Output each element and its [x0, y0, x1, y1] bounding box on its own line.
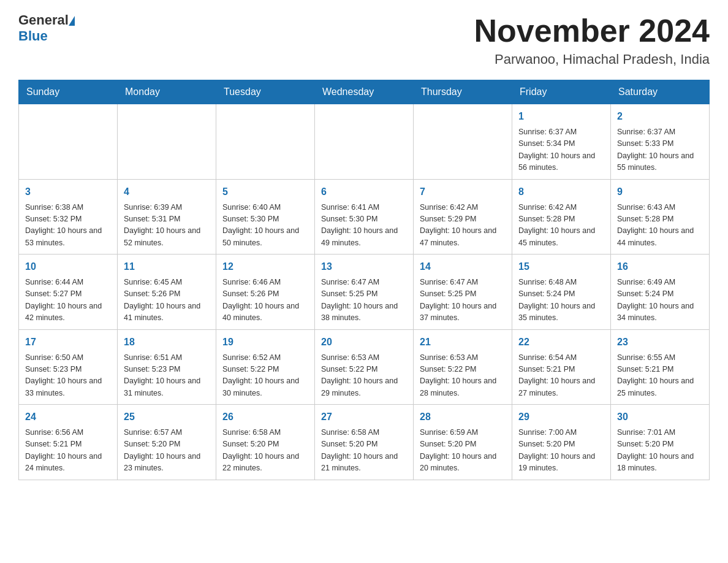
day-info: Sunrise: 7:01 AM Sunset: 5:20 PM Dayligh… [617, 427, 703, 475]
day-number: 25 [124, 410, 210, 424]
day-info: Sunrise: 6:38 AM Sunset: 5:32 PM Dayligh… [25, 202, 111, 250]
table-row: 23Sunrise: 6:55 AM Sunset: 5:21 PM Dayli… [611, 329, 710, 405]
day-number: 12 [222, 259, 308, 274]
day-number: 16 [617, 259, 703, 274]
table-row: 6Sunrise: 6:41 AM Sunset: 5:30 PM Daylig… [315, 179, 414, 255]
header-friday: Friday [512, 80, 611, 104]
table-row: 4Sunrise: 6:39 AM Sunset: 5:31 PM Daylig… [118, 179, 216, 255]
day-info: Sunrise: 6:42 AM Sunset: 5:29 PM Dayligh… [420, 202, 506, 250]
day-info: Sunrise: 6:49 AM Sunset: 5:24 PM Dayligh… [617, 277, 703, 324]
header-saturday: Saturday [611, 80, 710, 104]
day-info: Sunrise: 6:58 AM Sunset: 5:20 PM Dayligh… [222, 427, 308, 475]
table-row: 28Sunrise: 6:59 AM Sunset: 5:20 PM Dayli… [414, 405, 512, 480]
day-number: 17 [25, 335, 111, 350]
title-section: November 2024 Parwanoo, Himachal Pradesh… [474, 12, 710, 67]
header-thursday: Thursday [414, 80, 512, 104]
day-info: Sunrise: 6:37 AM Sunset: 5:33 PM Dayligh… [617, 126, 703, 174]
day-number: 26 [222, 410, 308, 424]
day-number: 10 [25, 259, 111, 274]
day-number: 1 [518, 109, 604, 124]
day-info: Sunrise: 6:59 AM Sunset: 5:20 PM Dayligh… [420, 427, 506, 475]
table-row [414, 104, 512, 180]
table-row: 8Sunrise: 6:42 AM Sunset: 5:28 PM Daylig… [512, 179, 611, 255]
day-number: 7 [420, 185, 506, 199]
day-number: 11 [124, 259, 210, 274]
location-title: Parwanoo, Himachal Pradesh, India [474, 52, 710, 67]
day-info: Sunrise: 7:00 AM Sunset: 5:20 PM Dayligh… [518, 427, 604, 475]
day-number: 5 [222, 185, 308, 199]
day-info: Sunrise: 6:48 AM Sunset: 5:24 PM Dayligh… [518, 277, 604, 324]
calendar-week-row: 10Sunrise: 6:44 AM Sunset: 5:27 PM Dayli… [19, 255, 710, 330]
day-number: 18 [124, 335, 210, 350]
logo-triangle-icon [69, 16, 75, 26]
day-number: 24 [25, 410, 111, 424]
table-row: 18Sunrise: 6:51 AM Sunset: 5:23 PM Dayli… [118, 329, 216, 405]
day-number: 2 [617, 109, 703, 124]
calendar-week-row: 17Sunrise: 6:50 AM Sunset: 5:23 PM Dayli… [19, 329, 710, 405]
table-row [118, 104, 216, 180]
day-number: 9 [617, 185, 703, 199]
header-wednesday: Wednesday [315, 80, 414, 104]
day-number: 6 [321, 185, 407, 199]
day-number: 8 [518, 185, 604, 199]
table-row: 30Sunrise: 7:01 AM Sunset: 5:20 PM Dayli… [611, 405, 710, 480]
table-row: 21Sunrise: 6:53 AM Sunset: 5:22 PM Dayli… [414, 329, 512, 405]
day-info: Sunrise: 6:50 AM Sunset: 5:23 PM Dayligh… [25, 352, 111, 400]
page-header: General Blue November 2024 Parwanoo, Him… [18, 12, 710, 67]
calendar-header-row: Sunday Monday Tuesday Wednesday Thursday… [19, 80, 710, 104]
table-row: 26Sunrise: 6:58 AM Sunset: 5:20 PM Dayli… [216, 405, 315, 480]
day-number: 19 [222, 335, 308, 350]
table-row: 16Sunrise: 6:49 AM Sunset: 5:24 PM Dayli… [611, 255, 710, 330]
day-info: Sunrise: 6:37 AM Sunset: 5:34 PM Dayligh… [518, 126, 604, 174]
day-number: 21 [420, 335, 506, 350]
table-row: 14Sunrise: 6:47 AM Sunset: 5:25 PM Dayli… [414, 255, 512, 330]
calendar-week-row: 3Sunrise: 6:38 AM Sunset: 5:32 PM Daylig… [19, 179, 710, 255]
calendar-week-row: 1Sunrise: 6:37 AM Sunset: 5:34 PM Daylig… [19, 104, 710, 180]
header-sunday: Sunday [19, 80, 118, 104]
table-row: 29Sunrise: 7:00 AM Sunset: 5:20 PM Dayli… [512, 405, 611, 480]
table-row: 25Sunrise: 6:57 AM Sunset: 5:20 PM Dayli… [118, 405, 216, 480]
table-row: 3Sunrise: 6:38 AM Sunset: 5:32 PM Daylig… [19, 179, 118, 255]
day-number: 27 [321, 410, 407, 424]
day-info: Sunrise: 6:58 AM Sunset: 5:20 PM Dayligh… [321, 427, 407, 475]
header-monday: Monday [118, 80, 216, 104]
table-row: 1Sunrise: 6:37 AM Sunset: 5:34 PM Daylig… [512, 104, 611, 180]
day-number: 29 [518, 410, 604, 424]
day-info: Sunrise: 6:52 AM Sunset: 5:22 PM Dayligh… [222, 352, 308, 400]
logo-blue-text: Blue [18, 28, 48, 44]
table-row: 12Sunrise: 6:46 AM Sunset: 5:26 PM Dayli… [216, 255, 315, 330]
day-info: Sunrise: 6:44 AM Sunset: 5:27 PM Dayligh… [25, 277, 111, 324]
day-number: 28 [420, 410, 506, 424]
table-row: 17Sunrise: 6:50 AM Sunset: 5:23 PM Dayli… [19, 329, 118, 405]
day-info: Sunrise: 6:45 AM Sunset: 5:26 PM Dayligh… [124, 277, 210, 324]
day-number: 4 [124, 185, 210, 199]
day-info: Sunrise: 6:54 AM Sunset: 5:21 PM Dayligh… [518, 352, 604, 400]
header-tuesday: Tuesday [216, 80, 315, 104]
day-info: Sunrise: 6:40 AM Sunset: 5:30 PM Dayligh… [222, 202, 308, 250]
day-number: 22 [518, 335, 604, 350]
table-row: 10Sunrise: 6:44 AM Sunset: 5:27 PM Dayli… [19, 255, 118, 330]
day-number: 3 [25, 185, 111, 199]
day-info: Sunrise: 6:46 AM Sunset: 5:26 PM Dayligh… [222, 277, 308, 324]
day-info: Sunrise: 6:53 AM Sunset: 5:22 PM Dayligh… [321, 352, 407, 400]
table-row: 5Sunrise: 6:40 AM Sunset: 5:30 PM Daylig… [216, 179, 315, 255]
day-info: Sunrise: 6:57 AM Sunset: 5:20 PM Dayligh… [124, 427, 210, 475]
table-row: 9Sunrise: 6:43 AM Sunset: 5:28 PM Daylig… [611, 179, 710, 255]
calendar-week-row: 24Sunrise: 6:56 AM Sunset: 5:21 PM Dayli… [19, 405, 710, 480]
table-row: 13Sunrise: 6:47 AM Sunset: 5:25 PM Dayli… [315, 255, 414, 330]
month-title: November 2024 [474, 12, 710, 49]
table-row: 11Sunrise: 6:45 AM Sunset: 5:26 PM Dayli… [118, 255, 216, 330]
logo: General Blue [18, 12, 75, 44]
day-info: Sunrise: 6:56 AM Sunset: 5:21 PM Dayligh… [25, 427, 111, 475]
day-number: 30 [617, 410, 703, 424]
table-row: 19Sunrise: 6:52 AM Sunset: 5:22 PM Dayli… [216, 329, 315, 405]
table-row: 24Sunrise: 6:56 AM Sunset: 5:21 PM Dayli… [19, 405, 118, 480]
table-row: 15Sunrise: 6:48 AM Sunset: 5:24 PM Dayli… [512, 255, 611, 330]
calendar-table: Sunday Monday Tuesday Wednesday Thursday… [18, 80, 710, 480]
day-info: Sunrise: 6:43 AM Sunset: 5:28 PM Dayligh… [617, 202, 703, 250]
table-row: 22Sunrise: 6:54 AM Sunset: 5:21 PM Dayli… [512, 329, 611, 405]
day-info: Sunrise: 6:53 AM Sunset: 5:22 PM Dayligh… [420, 352, 506, 400]
day-number: 15 [518, 259, 604, 274]
day-info: Sunrise: 6:41 AM Sunset: 5:30 PM Dayligh… [321, 202, 407, 250]
day-info: Sunrise: 6:39 AM Sunset: 5:31 PM Dayligh… [124, 202, 210, 250]
